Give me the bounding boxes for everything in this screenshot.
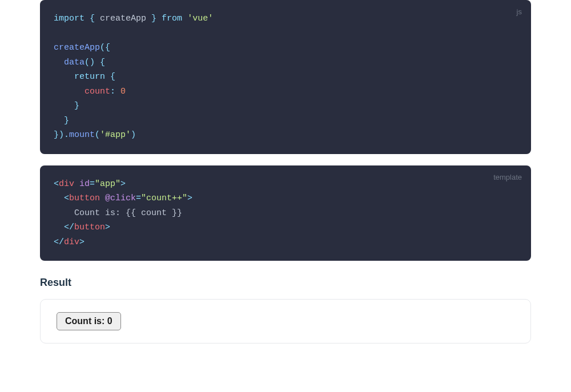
code-line: }).mount('#app') — [54, 128, 517, 143]
code-line: } — [54, 114, 517, 128]
code-line: </div> — [54, 235, 517, 250]
lang-label: template — [493, 171, 522, 184]
code-line: import { createApp } from 'vue' — [54, 11, 517, 26]
code-line: } — [54, 99, 517, 114]
code-block-js: js import { createApp } from 'vue' creat… — [40, 0, 531, 154]
code-line — [54, 26, 517, 41]
code-block-template: template <div id="app"> <button @click="… — [40, 165, 531, 261]
code-line: count: 0 — [54, 84, 517, 99]
code-line: return { — [54, 70, 517, 84]
code-content: <div id="app"> <button @click="count++">… — [54, 177, 517, 250]
code-line: Count is: {{ count }} — [54, 206, 517, 221]
lang-label: js — [517, 6, 522, 18]
code-line: <button @click="count++"> — [54, 191, 517, 206]
code-content: import { createApp } from 'vue' createAp… — [54, 11, 517, 143]
code-line: data() { — [54, 55, 517, 70]
result-box: Count is: 0 — [40, 299, 531, 343]
result-heading: Result — [40, 277, 531, 289]
code-line: </button> — [54, 220, 517, 235]
count-button[interactable]: Count is: 0 — [57, 312, 121, 330]
code-line: <div id="app"> — [54, 177, 517, 192]
code-line: createApp({ — [54, 41, 517, 55]
